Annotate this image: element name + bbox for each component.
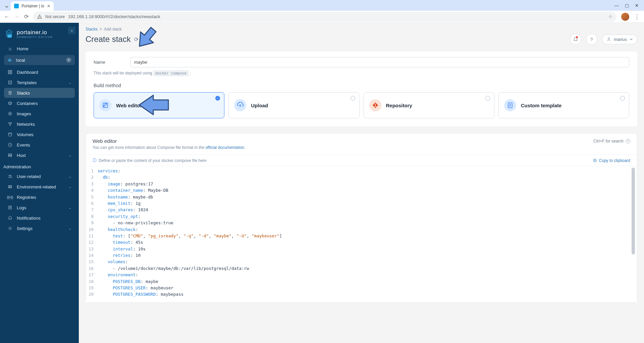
editor-subtext: You can get more information about Compo… <box>86 144 637 155</box>
containers-icon <box>7 101 13 106</box>
sidebar-item-user-related[interactable]: User-related ⌄ <box>4 171 75 181</box>
copy-icon <box>593 158 597 163</box>
logs-icon <box>7 205 13 210</box>
upload-icon <box>234 99 246 111</box>
back-icon[interactable]: ← <box>4 14 9 20</box>
code-content[interactable]: services: db: image: postgres:17 contain… <box>98 166 637 299</box>
sidebar-item-networks[interactable]: Networks <box>4 119 75 129</box>
users-icon <box>7 174 13 179</box>
sidebar-item-notifications[interactable]: Notifications <box>4 213 75 223</box>
url-text: 192.168.1.18:9000/#!/2/docker/stacks/new… <box>68 14 160 19</box>
url-bar[interactable]: Not secure 192.168.1.18:9000/#!/2/docker… <box>33 12 616 22</box>
help-button[interactable]: ? <box>586 34 597 45</box>
logo-subtext: COMMUNITY EDITION <box>17 36 53 38</box>
sidebar-item-logs[interactable]: Logs ⌄ <box>4 203 75 213</box>
svg-rect-29 <box>8 187 11 188</box>
logo[interactable]: portainer.io COMMUNITY EDITION <box>0 26 79 44</box>
tab-list-icon[interactable] <box>3 3 11 11</box>
chevron-down-icon: ⌄ <box>68 153 71 158</box>
build-option-web-editor[interactable]: Web editor <box>94 92 224 118</box>
events-icon <box>7 142 13 148</box>
networks-icon <box>7 121 13 127</box>
sidebar-item-events[interactable]: Events <box>4 140 75 150</box>
copy-clipboard-button[interactable]: Copy to clipboard <box>593 158 630 163</box>
sidebar-item-registries[interactable]: ((•)) Registries <box>4 192 75 202</box>
templates-icon <box>7 80 13 85</box>
close-icon[interactable]: ✕ <box>47 4 50 8</box>
refresh-icon[interactable]: ⟳ <box>134 36 139 43</box>
code-scrollbar[interactable] <box>632 168 636 301</box>
breadcrumb: Stacks > Add stack <box>86 27 637 32</box>
sidebar-item-environment-related[interactable]: Environment-related ⌄ <box>4 182 75 192</box>
browser-tab[interactable]: Portainer | lo ✕ <box>11 1 54 11</box>
user-icon <box>606 37 611 42</box>
sidebar-item-label: Dashboard <box>17 70 38 75</box>
stack-form-card: Name This stack will be deployed using d… <box>86 52 637 126</box>
svg-rect-14 <box>8 72 10 74</box>
notifications-icon <box>7 215 13 221</box>
sidebar-item-volumes[interactable]: Volumes <box>4 129 75 139</box>
sidebar-item-label: Templates <box>17 80 37 85</box>
breadcrumb-root[interactable]: Stacks <box>86 27 98 32</box>
scrollbar-thumb[interactable] <box>632 168 635 254</box>
logo-text: portainer.io <box>17 29 53 36</box>
build-option-label: Repository <box>386 103 412 108</box>
svg-point-34 <box>608 38 610 39</box>
sidebar-item-host[interactable]: Host ⌄ <box>4 150 75 160</box>
sidebar-item-home[interactable]: ⌂ Home <box>4 44 75 54</box>
sidebar-item-label: Registries <box>17 195 36 200</box>
code-editor[interactable]: 1234567891011121314151617181920 services… <box>86 166 637 302</box>
help-icon: ? <box>590 37 593 42</box>
sidebar-item-dashboard[interactable]: Dashboard <box>4 67 75 77</box>
insecure-icon <box>37 14 42 19</box>
svg-point-17 <box>9 113 11 114</box>
svg-rect-28 <box>8 186 11 186</box>
docs-link[interactable]: official documentation <box>205 145 244 150</box>
chevron-down-icon: ⌄ <box>68 206 71 210</box>
chevron-down-icon: ⌄ <box>68 185 71 189</box>
build-option-upload[interactable]: Upload <box>228 92 359 118</box>
svg-rect-25 <box>8 156 11 157</box>
build-option-custom-template[interactable]: Custom template <box>498 92 629 118</box>
profile-avatar[interactable] <box>621 13 629 21</box>
window-controls: — ▢ ✕ <box>609 0 644 11</box>
menu-icon[interactable]: ⋮ <box>634 13 640 20</box>
minimize-icon[interactable]: — <box>614 3 619 8</box>
svg-rect-13 <box>10 70 12 72</box>
web-editor-icon <box>99 99 111 111</box>
svg-rect-8 <box>8 60 9 61</box>
sidebar-item-stacks[interactable]: Stacks <box>4 88 75 98</box>
bookmark-icon[interactable]: ☆ <box>608 14 612 19</box>
stack-name-input[interactable] <box>130 57 629 67</box>
radio-indicator <box>620 96 625 101</box>
web-editor-card: Web editor Ctrl+F for search ? You can g… <box>86 133 637 303</box>
env-icon <box>7 184 13 189</box>
svg-point-1 <box>39 17 40 18</box>
environment-pill[interactable]: local ✕ <box>4 55 75 65</box>
sidebar-item-containers[interactable]: Containers <box>4 98 75 108</box>
env-close-icon[interactable]: ✕ <box>66 57 71 63</box>
custom-template-icon <box>504 99 516 111</box>
sidebar: « portainer.io COMMUNITY EDITION ⌂ Home <box>0 23 79 343</box>
svg-point-27 <box>10 175 11 176</box>
collapse-sidebar-button[interactable]: « <box>68 27 75 34</box>
help-icon[interactable]: ? <box>626 139 630 144</box>
sidebar-item-label: Home <box>17 46 29 51</box>
images-icon <box>7 111 13 116</box>
build-option-label: Upload <box>251 103 268 108</box>
sidebar-item-label: Settings <box>17 226 33 231</box>
svg-rect-15 <box>10 72 12 74</box>
build-option-repository[interactable]: Repository <box>364 92 494 118</box>
settings-icon <box>7 226 13 231</box>
breadcrumb-current: Add stack <box>104 27 122 32</box>
sidebar-item-templates[interactable]: Templates ⌄ <box>4 77 75 88</box>
notifications-button[interactable] <box>570 34 581 45</box>
sidebar-item-images[interactable]: Images <box>4 109 75 119</box>
sidebar-item-settings[interactable]: Settings ⌄ <box>4 223 75 233</box>
reload-icon[interactable]: ⟳ <box>24 13 29 20</box>
home-icon: ⌂ <box>7 46 13 51</box>
close-window-icon[interactable]: ✕ <box>635 3 639 8</box>
dashboard-icon <box>7 69 13 75</box>
maximize-icon[interactable]: ▢ <box>625 3 629 8</box>
user-menu-button[interactable]: marius <box>602 35 637 44</box>
